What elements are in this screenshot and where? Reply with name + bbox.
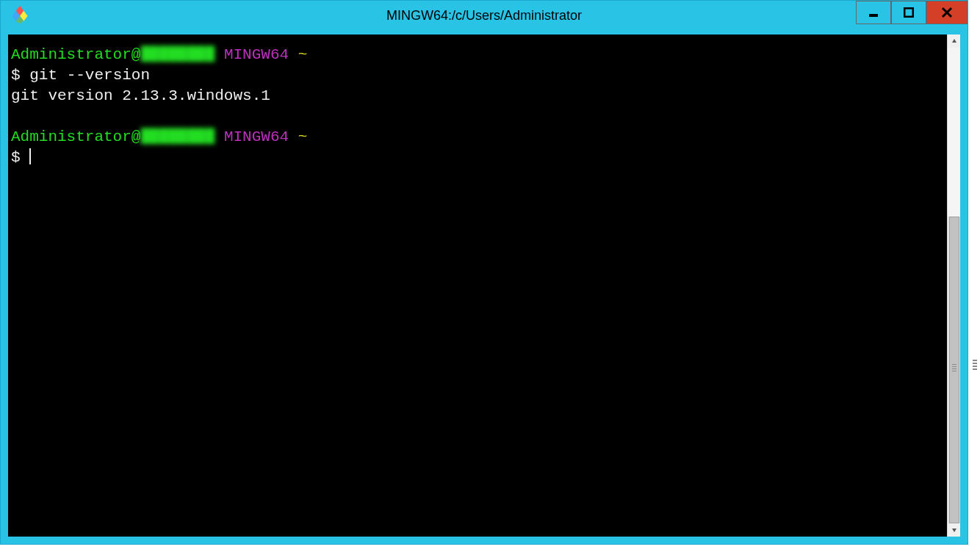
grip-icon	[952, 364, 956, 373]
minimize-button[interactable]	[856, 1, 891, 24]
titlebar[interactable]: MINGW64:/c/Users/Administrator	[1, 1, 968, 30]
app-icon	[10, 4, 33, 27]
terminal[interactable]: Administrator@████████ MINGW64 ~ $ git -…	[8, 34, 947, 537]
close-button[interactable]	[926, 1, 968, 24]
window-controls	[856, 1, 968, 24]
prompt-space	[289, 46, 298, 63]
prompt-symbol: $	[11, 67, 29, 84]
prompt-host: ████████	[140, 128, 215, 145]
window: MINGW64:/c/Users/Administrator Administr…	[0, 0, 968, 545]
prompt-path: ~	[298, 46, 308, 63]
scroll-down-icon[interactable]	[948, 523, 960, 537]
maximize-button[interactable]	[891, 1, 926, 24]
scroll-track[interactable]	[948, 48, 960, 217]
prompt-at: @	[131, 46, 141, 63]
terminal-area: Administrator@████████ MINGW64 ~ $ git -…	[8, 34, 960, 537]
prompt-user: Administrator	[11, 46, 131, 63]
prompt-space	[289, 128, 298, 145]
prompt-user: Administrator	[11, 128, 131, 145]
scroll-up-icon[interactable]	[948, 34, 960, 48]
prompt-space	[215, 128, 224, 145]
command-input: git --version	[29, 67, 150, 84]
grip-icon	[973, 360, 977, 370]
svg-marker-9	[952, 529, 956, 532]
prompt-env: MINGW64	[224, 46, 289, 63]
svg-rect-5	[904, 8, 913, 17]
prompt-path: ~	[298, 128, 308, 145]
prompt-env: MINGW64	[224, 128, 289, 145]
prompt-at: @	[131, 128, 141, 145]
prompt-symbol: $	[11, 149, 29, 166]
svg-rect-4	[869, 14, 878, 17]
svg-marker-8	[952, 39, 956, 43]
window-title: MINGW64:/c/Users/Administrator	[386, 8, 582, 23]
scroll-thumb[interactable]	[949, 217, 959, 523]
page-edge	[968, 29, 980, 552]
scrollbar[interactable]	[947, 34, 960, 537]
command-output: git version 2.13.3.windows.1	[11, 87, 270, 104]
prompt-space	[215, 46, 224, 63]
prompt-host: ████████	[140, 46, 215, 63]
cursor	[29, 148, 31, 164]
